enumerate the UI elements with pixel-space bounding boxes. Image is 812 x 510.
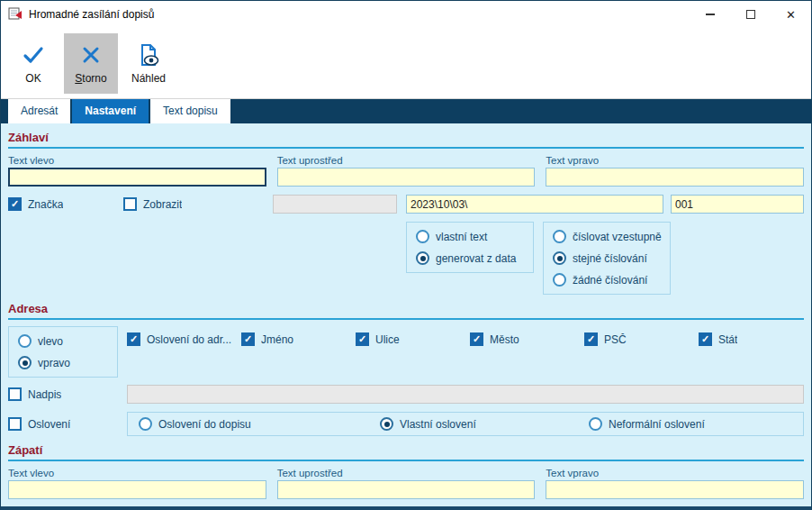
checkbox-checked-icon	[584, 332, 598, 346]
radio-stejne-cislovani[interactable]: stejné číslování	[553, 251, 661, 265]
zahlavi-label-uprostred: Text uprostřed	[277, 155, 536, 166]
maximize-button[interactable]	[730, 1, 771, 28]
section-rule-zapati	[8, 460, 804, 461]
nadpis-checkbox[interactable]: Nadpis	[8, 387, 127, 401]
nahled-button[interactable]: Náhled	[122, 33, 176, 94]
osloveni-do-adresy-checkbox[interactable]: Oslovení do adr...	[127, 332, 241, 346]
radio-vpravo[interactable]: vpravo	[18, 356, 108, 369]
znacka-date-input[interactable]	[406, 195, 663, 214]
radio-vlevo[interactable]: vlevo	[18, 334, 108, 348]
zapati-fields: Text vlevo Text uprostřed Text vpravo	[8, 468, 804, 499]
nadpis-checkbox-label: Nadpis	[28, 388, 61, 401]
section-rule-zahlavi	[8, 147, 804, 149]
checkbox-unchecked-icon	[8, 417, 22, 431]
zapati-field-vpravo: Text vpravo	[546, 468, 804, 499]
nahled-button-label: Náhled	[131, 72, 166, 85]
radio-zadne-cislovani[interactable]: žádné číslování	[553, 273, 661, 287]
radio-unselected-icon	[139, 417, 152, 431]
ok-button-label: OK	[25, 72, 41, 85]
alignment-groupbox: vlevo vpravo	[8, 326, 118, 378]
znacka-checkbox[interactable]: Značka	[8, 197, 123, 211]
storno-button[interactable]: Storno	[64, 33, 118, 94]
znacka-custom-text-input	[273, 195, 397, 214]
zobrazit-checkbox[interactable]: Zobrazit	[123, 197, 273, 211]
numbering-groupbox: číslovat vzestupně stejné číslování žádn…	[543, 222, 671, 295]
zahlavi-fields: Text vlevo Text uprostřed Text vpravo	[8, 155, 804, 187]
minimize-icon	[706, 14, 715, 15]
jmeno-checkbox[interactable]: Jméno	[241, 332, 356, 346]
tab-bar: Adresát Nastavení Text dopisu	[1, 99, 811, 123]
znacka-row: Značka Zobrazit	[8, 195, 804, 214]
zahlavi-text-vlevo-input[interactable]	[8, 168, 266, 187]
stat-checkbox[interactable]: Stát	[699, 332, 811, 346]
mass-mailing-dialog: Hromadné zasílání dopisů ✕ OK Storno	[0, 0, 812, 510]
preview-document-eye-icon	[137, 42, 160, 68]
section-title-zahlavi: Záhlaví	[8, 131, 804, 144]
checkbox-checked-icon	[127, 332, 140, 346]
zapati-text-vpravo-input[interactable]	[546, 480, 804, 499]
close-button[interactable]: ✕	[771, 1, 811, 28]
zahlavi-text-uprostred-input[interactable]	[277, 168, 536, 187]
section-title-adresa: Adresa	[8, 302, 804, 315]
window-title: Hromadné zasílání dopisů	[29, 8, 154, 21]
znacka-checkbox-label: Značka	[28, 198, 63, 211]
toolbar: OK Storno Náhled	[1, 28, 811, 99]
radio-selected-icon	[380, 417, 393, 431]
tab-nastaveni[interactable]: Nastavení	[72, 99, 149, 123]
radio-selected-icon	[416, 251, 429, 265]
zapati-label-vpravo: Text vpravo	[546, 468, 804, 478]
nadpis-row: Nadpis	[8, 385, 804, 404]
tab-adresat[interactable]: Adresát	[8, 99, 70, 123]
section-title-zapati: Zápatí	[8, 443, 804, 457]
checkbox-checked-icon	[8, 197, 22, 211]
zahlavi-field-uprostred: Text uprostřed	[277, 155, 536, 187]
section-rule-adresa	[8, 318, 804, 320]
salutation-groupbox: Oslovení do dopisu Vlastní oslovení Nefo…	[127, 412, 804, 436]
radio-neformalni-osloveni[interactable]: Neformální oslovení	[589, 417, 792, 431]
radio-cislovat-vzestupne[interactable]: číslovat vzestupně	[553, 230, 661, 243]
checkbox-unchecked-icon	[123, 197, 137, 211]
adresa-top-row: vlevo vpravo Oslovení do adr... Jméno	[8, 326, 804, 378]
zobrazit-checkbox-label: Zobrazit	[143, 198, 182, 211]
radio-vlastni-text[interactable]: vlastní text	[416, 230, 524, 243]
radio-selected-icon	[553, 251, 566, 265]
adresa-checkbox-row: Oslovení do adr... Jméno Ulice Město PSČ	[127, 332, 811, 346]
zapati-text-uprostred-input[interactable]	[277, 480, 536, 499]
znacka-number-input[interactable]	[671, 195, 804, 214]
nastaveni-panel: Záhlaví Text vlevo Text uprostřed Text v…	[1, 123, 811, 506]
close-icon: ✕	[786, 8, 796, 22]
tab-text-dopisu[interactable]: Text dopisu	[150, 99, 230, 123]
checkbox-checked-icon	[470, 332, 483, 346]
osloveni-checkbox-label: Oslovení	[28, 418, 70, 431]
ok-button[interactable]: OK	[6, 33, 60, 94]
radio-unselected-icon	[589, 417, 602, 431]
mesto-checkbox[interactable]: Město	[470, 332, 584, 346]
zapati-label-vlevo: Text vlevo	[8, 468, 266, 478]
radio-generovat-z-data[interactable]: generovat z data	[416, 251, 524, 265]
storno-x-icon	[79, 42, 103, 68]
checkbox-checked-icon	[699, 332, 712, 346]
radio-unselected-icon	[416, 230, 429, 243]
titlebar: Hromadné zasílání dopisů ✕	[1, 1, 811, 28]
zahlavi-text-vpravo-input[interactable]	[546, 168, 804, 187]
zapati-field-uprostred: Text uprostřed	[277, 468, 536, 499]
radio-vlastni-osloveni[interactable]: Vlastní oslovení	[380, 417, 589, 431]
checkbox-unchecked-icon	[8, 387, 22, 401]
ok-check-icon	[22, 42, 45, 68]
minimize-button[interactable]	[690, 1, 730, 28]
storno-button-label: Storno	[75, 72, 106, 85]
zapati-text-vlevo-input[interactable]	[8, 480, 266, 499]
radio-osloveni-do-dopisu[interactable]: Oslovení do dopisu	[139, 417, 380, 431]
zahlavi-label-vlevo: Text vlevo	[8, 155, 266, 166]
radio-unselected-icon	[553, 230, 566, 243]
checkbox-checked-icon	[356, 332, 369, 346]
ulice-checkbox[interactable]: Ulice	[356, 332, 470, 346]
radio-unselected-icon	[553, 273, 566, 287]
radio-selected-icon	[18, 356, 32, 369]
maximize-icon	[746, 10, 755, 19]
znacka-options-row: vlastní text generovat z data číslovat v…	[8, 222, 804, 295]
psc-checkbox[interactable]: PSČ	[584, 332, 699, 346]
osloveni-row: Oslovení Oslovení do dopisu Vlastní oslo…	[8, 412, 804, 436]
text-source-groupbox: vlastní text generovat z data	[406, 222, 534, 273]
osloveni-checkbox[interactable]: Oslovení	[8, 417, 127, 431]
